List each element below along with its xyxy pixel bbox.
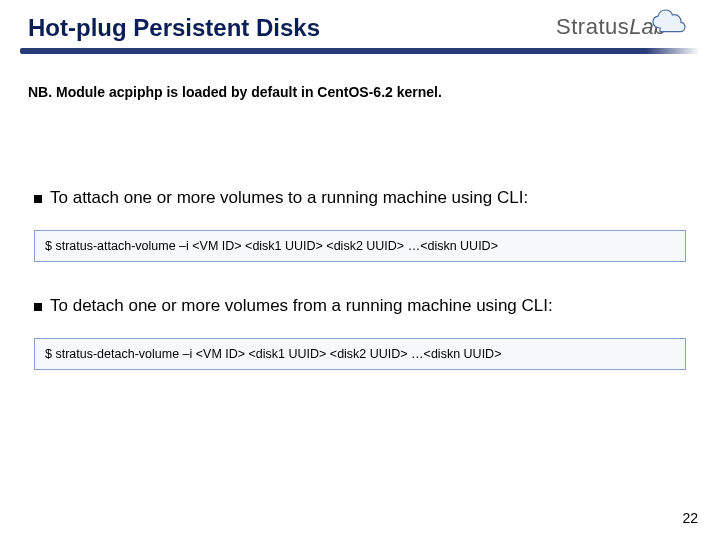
- note-text: NB. Module acpiphp is loaded by default …: [28, 84, 692, 100]
- slide-title: Hot-plug Persistent Disks: [28, 14, 320, 42]
- bullet-icon: [34, 303, 42, 311]
- brand-logo: StratusLab: [556, 14, 692, 40]
- code-detach: $ stratus-detach-volume –i <VM ID> <disk…: [34, 338, 686, 370]
- bullet-text: To attach one or more volumes to a runni…: [50, 188, 528, 208]
- slide-content: NB. Module acpiphp is loaded by default …: [0, 54, 720, 370]
- slide-header: Hot-plug Persistent Disks StratusLab: [0, 0, 720, 42]
- bullet-detach: To detach one or more volumes from a run…: [34, 296, 692, 316]
- code-attach: $ stratus-attach-volume –i <VM ID> <disk…: [34, 230, 686, 262]
- bullet-icon: [34, 195, 42, 203]
- page-number: 22: [682, 510, 698, 526]
- bullet-text: To detach one or more volumes from a run…: [50, 296, 553, 316]
- bullet-attach: To attach one or more volumes to a runni…: [34, 188, 692, 208]
- logo-stratus: Stratus: [556, 14, 629, 40]
- cloud-icon: [648, 8, 692, 40]
